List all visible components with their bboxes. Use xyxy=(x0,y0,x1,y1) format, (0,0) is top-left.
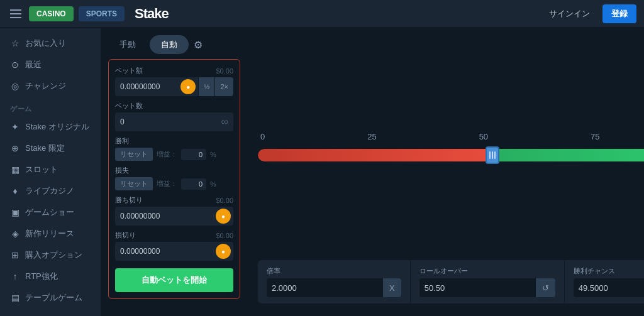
loss-cutoff-label-row: 損切り $0.00 xyxy=(115,231,233,240)
new-icon: ◈ xyxy=(10,229,20,239)
multiplier-action-btn[interactable]: X xyxy=(382,278,401,297)
loss-label-row: 損失 xyxy=(115,166,233,175)
sidebar-item-label: Stake オリジナル xyxy=(25,121,89,133)
signin-button[interactable]: サインイン xyxy=(541,4,597,23)
buy-icon: ⊞ xyxy=(10,250,20,260)
sidebar-item-label: Blackjack xyxy=(25,314,60,317)
win-reset-btn[interactable]: リセット xyxy=(115,148,153,161)
win-cutoff-group: 勝ち切り $0.00 ● xyxy=(115,195,233,226)
sidebar-item-label: チャレンジ xyxy=(25,80,66,92)
bet-amount-group: ベット額 $0.00 ● ½ 2× xyxy=(115,66,233,96)
multiplier-cell: 倍率 X xyxy=(258,260,411,303)
bet-amount-input-row: ● ½ 2× xyxy=(115,77,233,96)
loss-increase-input[interactable] xyxy=(181,178,206,190)
sidebar-item-table[interactable]: ▤ テーブルゲーム xyxy=(0,287,101,308)
register-button[interactable]: 登録 xyxy=(602,4,636,23)
sidebar-item-stake-limited[interactable]: ⊕ Stake 限定 xyxy=(0,138,101,159)
loss-cutoff-input-row: ● xyxy=(115,242,233,261)
win-chance-input[interactable] xyxy=(574,283,644,293)
loss-increase-label: 増益： xyxy=(157,179,177,188)
sidebar-item-stake-original[interactable]: ✦ Stake オリジナル xyxy=(0,116,101,138)
sidebar-item-label: 購入オプション xyxy=(25,249,82,261)
slider-handle-lines xyxy=(489,151,496,159)
tab-row: 手動 自動 ⚙ xyxy=(108,35,240,54)
hamburger-menu[interactable] xyxy=(8,7,24,21)
bet-amount-label-row: ベット額 $0.00 xyxy=(115,66,233,75)
loss-cutoff-input[interactable] xyxy=(115,247,216,256)
bet-amount-usd: $0.00 xyxy=(216,67,233,75)
sidebar-item-favorites[interactable]: ☆ お気に入り xyxy=(0,33,101,54)
win-cutoff-coin-icon: ● xyxy=(216,209,231,224)
bet-count-group: ベット数 ∞ xyxy=(115,101,233,131)
double-btn[interactable]: 2× xyxy=(214,77,233,96)
sidebar-item-label: Stake 限定 xyxy=(25,143,65,154)
sports-tab-btn[interactable]: SPORTS xyxy=(79,6,125,21)
tab-manual[interactable]: 手動 xyxy=(108,35,147,54)
loss-label: 損失 xyxy=(115,166,129,175)
star-icon: ☆ xyxy=(10,38,20,48)
top-nav: CASINO SPORTS Stake サインイン 登録 xyxy=(0,0,644,28)
loss-cutoff-group: 損切り $0.00 ● xyxy=(115,231,233,261)
tab-auto[interactable]: 自動 xyxy=(150,35,189,54)
main-content: 手動 自動 ⚙ ベット額 $0.00 ● ½ 2× xyxy=(101,28,644,316)
slider-area: 0 25 50 75 100 xyxy=(258,40,644,253)
sidebar-item-blackjack[interactable]: ♠ Blackjack xyxy=(0,308,101,316)
sidebar: ☆ お気に入り ⊙ 最近 ◎ チャレンジ ゲーム ✦ Stake オリジナル ⊕… xyxy=(0,28,101,316)
sidebar-item-recent[interactable]: ⊙ 最近 xyxy=(0,54,101,75)
rollover-input[interactable] xyxy=(419,283,535,293)
bet-amount-input[interactable] xyxy=(115,82,180,91)
multiplier-input[interactable] xyxy=(267,283,382,293)
sidebar-item-label: お気に入り xyxy=(25,38,66,49)
trophy-icon: ◎ xyxy=(10,81,20,91)
win-row: リセット 増益： % xyxy=(115,148,233,161)
table-icon: ▤ xyxy=(10,293,20,303)
sidebar-item-buy-option[interactable]: ⊞ 購入オプション xyxy=(0,244,101,266)
sidebar-item-live-casino[interactable]: ♦ ライブカジノ xyxy=(0,180,101,202)
win-cutoff-label-row: 勝ち切り $0.00 xyxy=(115,195,233,205)
gameshow-icon: ▣ xyxy=(10,207,20,217)
sidebar-item-label: 最近 xyxy=(25,59,42,70)
slider-label-0: 0 xyxy=(260,132,265,141)
win-increase-label: 増益： xyxy=(157,150,177,159)
sidebar-item-label: ゲームショー xyxy=(25,207,74,218)
loss-cutoff-label: 損切り xyxy=(115,231,136,240)
start-auto-btn[interactable]: 自動ベットを開始 xyxy=(115,268,233,292)
loss-row: リセット 増益： % xyxy=(115,177,233,190)
slider-track[interactable] xyxy=(258,149,644,161)
settings-icon-btn[interactable]: ⚙ xyxy=(191,36,205,53)
sidebar-item-challenge[interactable]: ◎ チャレンジ xyxy=(0,75,101,97)
win-increase-input[interactable] xyxy=(181,149,206,160)
rtp-icon: ↑ xyxy=(10,271,20,281)
sidebar-item-label: 新作リリース xyxy=(25,228,74,239)
win-chance-label: 勝利チャンス xyxy=(574,266,644,276)
nav-right: サインイン 登録 xyxy=(541,4,636,23)
auto-bet-form: ベット額 $0.00 ● ½ 2× ベット数 xyxy=(108,59,240,299)
sidebar-item-game-show[interactable]: ▣ ゲームショー xyxy=(0,202,101,223)
sidebar-item-rtp[interactable]: ↑ RTP強化 xyxy=(0,266,101,287)
bottom-info: 倍率 X ロールオーバー ↺ 勝利チャンス xyxy=(258,260,644,303)
slider-label-25: 25 xyxy=(367,132,376,141)
rollover-action-btn[interactable]: ↺ xyxy=(535,278,555,297)
sidebar-item-label: テーブルゲーム xyxy=(25,292,82,303)
sidebar-item-new-release[interactable]: ◈ 新作リリース xyxy=(0,223,101,244)
half-btn[interactable]: ½ xyxy=(198,77,214,96)
multiplier-row: X xyxy=(267,278,401,297)
loss-pct-label: % xyxy=(210,180,216,188)
win-cutoff-label: 勝ち切り xyxy=(115,195,143,205)
slider-handle[interactable] xyxy=(486,146,499,164)
rollover-cell: ロールオーバー ↺ xyxy=(411,260,565,303)
sidebar-item-label: ライブカジノ xyxy=(25,185,74,197)
bet-count-input-row: ∞ xyxy=(115,112,233,131)
win-cutoff-input[interactable] xyxy=(115,212,216,221)
live-icon: ♦ xyxy=(10,186,20,196)
loss-reset-btn[interactable]: リセット xyxy=(115,177,153,190)
slider-label-50: 50 xyxy=(479,132,488,141)
sidebar-item-slots[interactable]: ▦ スロット xyxy=(0,159,101,180)
clock-icon: ⊙ xyxy=(10,60,20,70)
slider-green-zone xyxy=(488,149,644,161)
bet-count-label: ベット数 xyxy=(115,101,143,111)
bet-count-input[interactable] xyxy=(120,117,221,126)
loss-cutoff-usd: $0.00 xyxy=(216,232,233,239)
infinity-icon: ∞ xyxy=(221,116,228,128)
casino-tab-btn[interactable]: CASINO xyxy=(29,6,74,21)
